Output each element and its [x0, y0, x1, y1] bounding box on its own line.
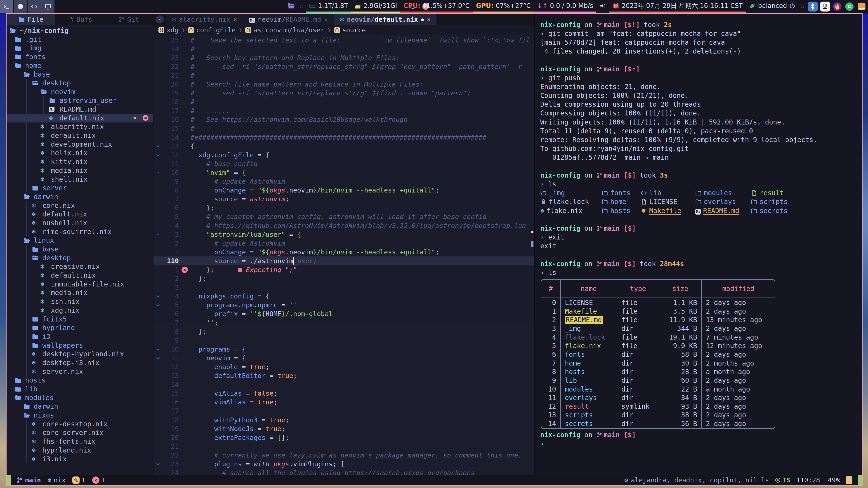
- volume-module[interactable]: [596, 0, 610, 13]
- tree-item-desktop-hyprland.nix[interactable]: ❄desktop-hyprland.nix: [6, 350, 153, 358]
- explorer-tab-bufs[interactable]: Bufs: [55, 14, 104, 25]
- tree-item-modules[interactable]: modules: [6, 393, 153, 402]
- tree-root[interactable]: ~/nix-config: [6, 26, 153, 35]
- tree-item-desktop[interactable]: desktop: [6, 78, 153, 88]
- editor-line[interactable]: 24#: [153, 44, 534, 53]
- tree-item-_img[interactable]: _img: [6, 43, 153, 53]
- modified-badge[interactable]: ✎1: [72, 476, 85, 484]
- tree-item-default.nix[interactable]: ❄default.nix: [6, 210, 153, 219]
- error-badge[interactable]: ×1: [92, 476, 105, 484]
- workspace-button-terminal[interactable]: [0, 0, 13, 13]
- editor-line[interactable]: 19# sed -ri "s/pattern_str/replace_str/g…: [153, 89, 534, 98]
- tree-item-hyprland.nix[interactable]: ❄hyprland.nix: [6, 446, 153, 455]
- tree-item-hyprland[interactable]: hyprland: [6, 323, 153, 332]
- editor-line[interactable]: 2 # update AstroNvim: [153, 239, 534, 248]
- tree-item-linux[interactable]: linux: [6, 236, 153, 245]
- workspace-button-code[interactable]: [28, 0, 41, 13]
- explorer-tab-file[interactable]: File: [6, 14, 55, 25]
- editor-line[interactable]: 8 onChange = "${pkgs.neovim}/bin/nvim --…: [153, 186, 534, 195]
- tree-item-.git[interactable]: .git: [6, 35, 153, 44]
- terminal-pane[interactable]: nix-config on main [$!] took 2s› git com…: [534, 14, 862, 475]
- editor-line[interactable]: 12 xdg.configFile = {: [153, 151, 534, 159]
- editor-line[interactable]: 21: [153, 442, 534, 451]
- editor-line[interactable]: 15 viAlias = false;: [153, 389, 534, 398]
- workspace-button-firefox[interactable]: [14, 0, 27, 13]
- editor-line[interactable]: 1 onChange = "${pkgs.neovim}/bin/nvim --…: [153, 248, 534, 256]
- breadcrumb-item[interactable]: {}astronvim/lua/user: [245, 26, 324, 34]
- editor-line[interactable]: 22 # currently we use lazy.nvim as neovi…: [153, 451, 534, 459]
- breadcrumb-item[interactable]: {}xdg: [158, 26, 178, 34]
- tree-item-i3[interactable]: i3: [6, 332, 153, 341]
- editor-line[interactable]: 11 # base config: [153, 159, 534, 168]
- network-module[interactable]: ↓↑ 0.0 / 0.0 Mb/s: [534, 0, 596, 13]
- tree-item-desktop[interactable]: desktop: [6, 254, 153, 262]
- editor-line[interactable]: 11 neovim = {: [153, 354, 534, 362]
- tree-item-core-desktop.nix[interactable]: ❄core-desktop.nix: [6, 420, 153, 428]
- editor-line[interactable]: 13{: [153, 142, 534, 151]
- tree-item-core.nix[interactable]: ❄core.nix: [6, 201, 153, 210]
- fold-icon[interactable]: [153, 356, 162, 361]
- editor-line[interactable]: 17: [153, 407, 534, 416]
- editor-line[interactable]: 24 # search all the plugins using https:…: [153, 468, 534, 475]
- fold-icon[interactable]: [153, 302, 162, 307]
- tree-item-fcitx5[interactable]: fcitx5: [6, 315, 153, 324]
- tree-item-nushell.nix[interactable]: ❄nushell.nix: [6, 219, 153, 227]
- editor-line[interactable]: 23 plugins = with pkgs.vimPlugins; [: [153, 460, 534, 468]
- editor-line[interactable]: 7 '';: [153, 318, 534, 327]
- tree-item-base[interactable]: base: [6, 245, 153, 254]
- tree-item-nixos[interactable]: nixos: [6, 411, 153, 420]
- editor-line[interactable]: 8 };: [153, 327, 534, 336]
- tree-item-default.nix[interactable]: ❄default.nix: [6, 271, 153, 280]
- gpu-module[interactable]: GPU: 07%+27°C: [473, 0, 534, 13]
- scrollbar-marks[interactable]: [531, 37, 533, 443]
- editor-line[interactable]: 16# See https://astronvim.com/Basic%20Us…: [153, 115, 534, 124]
- tree-item-alacritty.nix[interactable]: ❄alacritty.nix: [6, 123, 153, 131]
- editor-line[interactable]: 15#: [153, 124, 534, 133]
- bluetooth-icon[interactable]: [808, 2, 818, 11]
- fold-icon[interactable]: [153, 294, 162, 299]
- editor-line[interactable]: 17# ......: [153, 106, 534, 115]
- close-icon[interactable]: ×: [324, 16, 328, 23]
- editor-line[interactable]: 3: [153, 283, 534, 292]
- fold-icon[interactable]: [153, 170, 162, 175]
- explorer-tab-git[interactable]: Git: [104, 14, 153, 25]
- code-area[interactable]: 25# Save the selected text to a file: `:…: [153, 35, 534, 475]
- disk-module[interactable]: 1.1T/1.8T: [306, 0, 351, 13]
- tree-item-core-server.nix[interactable]: ❄core-server.nix: [6, 428, 153, 437]
- editor-line[interactable]: 7 source = astronvim;: [153, 195, 534, 203]
- tree-item-wallpapers[interactable]: wallpapers: [6, 341, 153, 350]
- workspace-button-monitor[interactable]: [41, 0, 55, 13]
- files-module[interactable]: [284, 0, 298, 13]
- tree-item-server.nix[interactable]: ❄server.nix: [6, 367, 153, 376]
- tree-item-kitty.nix[interactable]: ❄kitty.nix: [6, 157, 153, 166]
- fold-icon[interactable]: [153, 153, 162, 158]
- tree-item-base[interactable]: base: [6, 70, 153, 78]
- editor-line[interactable]: 25# Save the selected text to a file: `:…: [153, 36, 534, 44]
- tree-item-rime-squirrel.nix[interactable]: ❄rime-squirrel.nix: [6, 227, 153, 236]
- fold-icon[interactable]: [153, 232, 162, 237]
- editor-line[interactable]: 9: [153, 336, 534, 345]
- tree-item-ssh.nix[interactable]: ❄ssh.nix: [6, 297, 153, 306]
- breadcrumb-item[interactable]: {}source: [334, 26, 366, 34]
- editor-line[interactable]: 5 # my cusotom astronvim config, astronv…: [153, 213, 534, 221]
- tree-item-development.nix[interactable]: ❄development.nix: [6, 140, 153, 149]
- tree-item-immutable-file.nix[interactable]: ❄immutable-file.nix: [6, 280, 153, 289]
- tree-item-fonts[interactable]: fonts: [6, 53, 153, 61]
- tree-item-helix.nix[interactable]: ❄helix.nix: [6, 149, 153, 158]
- close-icon[interactable]: [142, 115, 149, 121]
- buffer-tab-default.nix[interactable]: ❄neovim/default.nix●×: [334, 14, 437, 25]
- tree-item-hosts[interactable]: hosts: [6, 376, 153, 385]
- buffer-tab-alacritty.nix[interactable]: ❄alacritty.nix×: [166, 14, 243, 25]
- clock-module[interactable]: 2023年 07月 29日 星期六 16:16:11 CST: [610, 0, 746, 13]
- memory-module[interactable]: 2.9Gi/31Gi: [351, 0, 400, 13]
- editor-line[interactable]: 14: [153, 380, 534, 389]
- tree-item-media.nix[interactable]: ❄media.nix: [6, 289, 153, 297]
- editor-line[interactable]: 12 enable = true;: [153, 362, 534, 371]
- editor-line[interactable]: 4 nixpkgs.config = {: [153, 292, 534, 301]
- editor-line[interactable]: 22# sed -ri "s/pattern_str/replace_str/g…: [153, 62, 534, 71]
- tree-item-media.nix[interactable]: ❄media.nix: [6, 166, 153, 175]
- editor-line[interactable]: 21#: [153, 71, 534, 80]
- tree-item-darwin[interactable]: darwin: [6, 192, 153, 201]
- editor-line[interactable]: 6 };: [153, 203, 534, 213]
- power-profile-module[interactable]: balanced: [746, 0, 799, 13]
